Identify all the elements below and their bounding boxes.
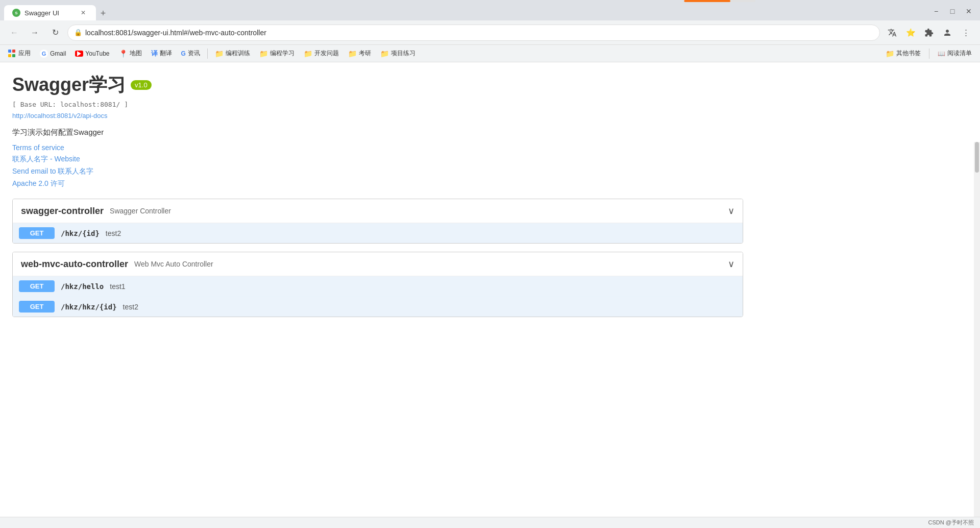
folder-label-1: 编程训练 bbox=[226, 49, 250, 58]
bookmark-star-icon[interactable]: ⭐ bbox=[902, 25, 919, 41]
controller-desc-web-mvc-auto-controller: Web Mvc Auto Controller bbox=[134, 260, 213, 268]
bookmark-others[interactable]: 📁 其他书签 bbox=[881, 47, 925, 60]
contact-link[interactable]: 联系人名字 - Website bbox=[12, 155, 80, 164]
endpoint-summary: test1 bbox=[110, 282, 125, 291]
page-content: Swagger学习 v1.0 [ Base URL: localhost:808… bbox=[0, 62, 980, 517]
resource-icon: G bbox=[181, 50, 186, 57]
bookmark-folder-dev-questions[interactable]: 📁 开发问题 bbox=[300, 47, 343, 60]
swagger-info-links: Terms of service 联系人名字 - Website Send em… bbox=[12, 143, 743, 188]
method-badge: GET bbox=[19, 227, 55, 239]
method-badge: GET bbox=[19, 301, 55, 313]
youtube-icon bbox=[75, 51, 83, 57]
email-link[interactable]: Send email to 联系人名字 bbox=[12, 167, 94, 176]
bookmark-folder-coding-learn[interactable]: 📁 编程学习 bbox=[255, 47, 299, 60]
reload-button[interactable]: ↻ bbox=[47, 25, 63, 41]
active-tab[interactable]: S Swagger UI ✕ bbox=[4, 5, 96, 20]
bookmark-maps[interactable]: 📍 地图 bbox=[115, 47, 146, 60]
translate-icon: 译 bbox=[151, 49, 158, 58]
tab-area: S Swagger UI ✕ + bbox=[4, 2, 927, 20]
swagger-base-url: [ Base URL: localhost:8081/ ] bbox=[12, 101, 743, 108]
endpoint-row-GET--hkz-hkz-{id}[interactable]: GET /hkz/hkz/{id} test2 bbox=[13, 297, 743, 317]
swagger-header: Swagger学习 v1.0 [ Base URL: localhost:808… bbox=[12, 73, 743, 119]
folder-label-4: 考研 bbox=[359, 49, 371, 58]
folder-label-3: 开发问题 bbox=[314, 49, 339, 58]
menu-icon[interactable]: ⋮ bbox=[958, 25, 974, 41]
method-badge: GET bbox=[19, 280, 55, 292]
swagger-title-row: Swagger学习 v1.0 bbox=[12, 73, 743, 98]
swagger-version-badge: v1.0 bbox=[131, 80, 152, 90]
apps-icon bbox=[8, 50, 16, 58]
folder-icon-2: 📁 bbox=[259, 50, 268, 58]
window-controls: − □ ✕ bbox=[929, 4, 976, 18]
main-content: Swagger学习 v1.0 [ Base URL: localhost:808… bbox=[0, 62, 755, 517]
controller-header-web-mvc-auto-controller[interactable]: web-mvc-auto-controller Web Mvc Auto Con… bbox=[13, 252, 743, 276]
bookmark-translate[interactable]: 译 翻译 bbox=[147, 47, 176, 60]
title-bar: S Swagger UI ✕ + − □ ✕ bbox=[0, 2, 980, 20]
maps-icon: 📍 bbox=[119, 50, 128, 58]
url-bar[interactable]: 🔒 localhost:8081/swagger-ui.html#/web-mv… bbox=[67, 25, 880, 41]
folder-icon-5: 📁 bbox=[380, 50, 389, 58]
reading-label: 阅读清单 bbox=[947, 49, 972, 58]
separator1 bbox=[207, 49, 208, 59]
loading-bar bbox=[684, 0, 730, 2]
csdn-watermark: CSDN @予时不照 bbox=[928, 519, 974, 526]
translate-label: 翻译 bbox=[160, 49, 172, 58]
extensions-icon[interactable] bbox=[921, 25, 937, 41]
new-tab-button[interactable]: + bbox=[96, 6, 110, 20]
folder-icon-1: 📁 bbox=[215, 50, 224, 58]
translate-toolbar-icon[interactable] bbox=[884, 25, 900, 41]
swagger-description: 学习演示如何配置Swagger bbox=[12, 128, 743, 137]
separator2 bbox=[929, 49, 929, 59]
endpoint-row-GET--hkz-{id}[interactable]: GET /hkz/{id} test2 bbox=[13, 223, 743, 243]
bookmark-folder-coding-train[interactable]: 📁 编程训练 bbox=[211, 47, 254, 60]
address-bar: ← → ↻ 🔒 localhost:8081/swagger-ui.html#/… bbox=[0, 20, 980, 45]
gmail-label: Gmail bbox=[50, 50, 66, 57]
close-button[interactable]: ✕ bbox=[962, 4, 976, 18]
controller-name-swagger-controller: swagger-controller bbox=[21, 206, 104, 217]
url-text: localhost:8081/swagger-ui.html#/web-mvc-… bbox=[85, 29, 873, 37]
endpoint-summary: test2 bbox=[106, 229, 121, 237]
controllers-container: swagger-controller Swagger Controller ∨ … bbox=[12, 199, 743, 317]
endpoint-row-GET--hkz-hello[interactable]: GET /hkz/hello test1 bbox=[13, 276, 743, 297]
endpoint-path: /hkz/hello bbox=[61, 282, 104, 291]
tab-title: Swagger UI bbox=[24, 9, 59, 17]
terms-of-service-link[interactable]: Terms of service bbox=[12, 143, 64, 152]
controller-section-web-mvc-auto-controller: web-mvc-auto-controller Web Mvc Auto Con… bbox=[12, 252, 743, 317]
license-link[interactable]: Apache 2.0 许可 bbox=[12, 179, 65, 188]
forward-button[interactable]: → bbox=[27, 25, 43, 41]
scrollbar-thumb[interactable] bbox=[975, 142, 979, 173]
api-docs-link[interactable]: http://localhost:8081/v2/api-docs bbox=[12, 112, 107, 119]
folder-icon-others: 📁 bbox=[886, 50, 894, 58]
bottom-bar: CSDN @予时不照 bbox=[0, 517, 980, 528]
controller-section-swagger-controller: swagger-controller Swagger Controller ∨ … bbox=[12, 199, 743, 244]
back-button[interactable]: ← bbox=[6, 25, 22, 41]
controller-desc-swagger-controller: Swagger Controller bbox=[110, 207, 171, 215]
lock-icon: 🔒 bbox=[74, 29, 82, 36]
bookmark-resource[interactable]: G 资讯 bbox=[177, 47, 204, 60]
tab-close-button[interactable]: ✕ bbox=[79, 8, 88, 17]
endpoint-path: /hkz/{id} bbox=[61, 229, 100, 237]
controller-chevron-swagger-controller: ∨ bbox=[728, 205, 734, 217]
bookmark-youtube[interactable]: YouTube bbox=[71, 48, 113, 59]
bookmark-folder-projects[interactable]: 📁 项目练习 bbox=[376, 47, 420, 60]
profile-icon[interactable] bbox=[939, 25, 955, 41]
controller-name-web-mvc-auto-controller: web-mvc-auto-controller bbox=[21, 259, 128, 270]
maximize-button[interactable]: □ bbox=[945, 4, 960, 18]
bookmark-apps[interactable]: 应用 bbox=[4, 47, 35, 60]
folder-icon-3: 📁 bbox=[304, 50, 312, 58]
controller-chevron-web-mvc-auto-controller: ∨ bbox=[728, 258, 734, 270]
swagger-title-text: Swagger学习 bbox=[12, 73, 126, 98]
others-label: 其他书签 bbox=[896, 49, 921, 58]
bookmark-folder-exam[interactable]: 📁 考研 bbox=[344, 47, 375, 60]
endpoint-path: /hkz/hkz/{id} bbox=[61, 303, 117, 311]
toolbar-icons: ⭐ ⋮ bbox=[884, 25, 974, 41]
bookmark-reading[interactable]: 📖 阅读清单 bbox=[934, 47, 976, 60]
bookmarks-bar: 应用 G Gmail YouTube 📍 地图 译 翻译 G 资讯 📁 编程训练… bbox=[0, 45, 980, 62]
scrollbar-track[interactable] bbox=[974, 142, 980, 517]
minimize-button[interactable]: − bbox=[929, 4, 943, 18]
endpoint-summary: test2 bbox=[123, 303, 138, 311]
browser-frame: S Swagger UI ✕ + − □ ✕ ← → ↻ 🔒 localhost… bbox=[0, 0, 980, 528]
controller-header-swagger-controller[interactable]: swagger-controller Swagger Controller ∨ bbox=[13, 199, 743, 223]
youtube-label: YouTube bbox=[85, 50, 109, 57]
bookmark-gmail[interactable]: G Gmail bbox=[36, 47, 70, 60]
